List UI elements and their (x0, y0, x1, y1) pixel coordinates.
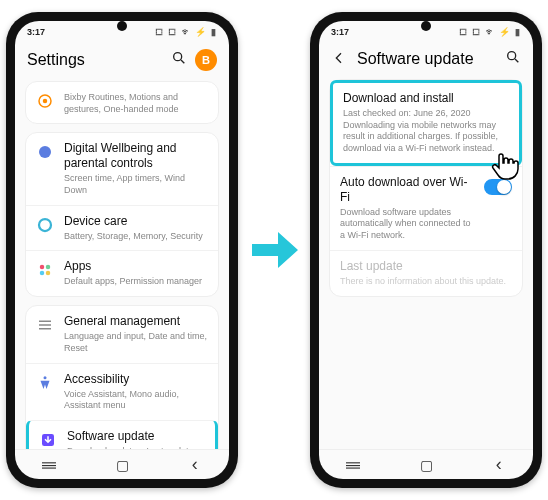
item-title: Digital Wellbeing and parental controls (64, 141, 208, 171)
item-title: Software update (67, 429, 205, 444)
item-sub: Default apps, Permission manager (64, 276, 208, 288)
software-update-header: Software update (319, 43, 533, 79)
update-item-download[interactable]: Download and install Last checked on: Ju… (330, 80, 522, 166)
svg-point-8 (40, 271, 45, 276)
devicecare-icon (36, 216, 54, 234)
item-sub: Voice Assistant, Mono audio, Assistant m… (64, 389, 208, 412)
settings-item-advanced[interactable]: Bixby Routines, Motions and gestures, On… (26, 82, 218, 123)
item-sub: Last checked on: June 26, 2020 Downloadi… (343, 108, 509, 155)
nav-recent[interactable]: ||| (42, 461, 58, 469)
nav-back[interactable]: ‹ (192, 454, 198, 475)
settings-item-devicecare[interactable]: Device care Battery, Storage, Memory, Se… (26, 205, 218, 251)
svg-line-19 (515, 59, 518, 62)
item-title: Accessibility (64, 372, 208, 387)
camera-notch (421, 21, 431, 31)
wifi-toggle[interactable] (484, 179, 512, 195)
camera-notch (117, 21, 127, 31)
status-indicators: ⬚ ⬚ ᯤ ⚡ ▮ (459, 27, 521, 37)
svg-point-0 (174, 53, 182, 61)
item-title: Bixby Routines, Motions and gestures, On… (64, 92, 208, 115)
nav-recent[interactable]: ||| (346, 461, 362, 469)
svg-point-5 (39, 219, 51, 231)
settings-header: Settings B (15, 43, 229, 81)
item-sub: Download software updates automatically … (340, 207, 474, 242)
update-item-auto-download[interactable]: Auto download over Wi-Fi Download softwa… (330, 166, 522, 250)
advanced-icon (36, 92, 54, 110)
wellbeing-icon (36, 143, 54, 161)
nav-bar: ||| ▢ ‹ (319, 449, 533, 479)
item-title: Apps (64, 259, 208, 274)
settings-item-apps[interactable]: Apps Default apps, Permission manager (26, 250, 218, 296)
general-icon (36, 316, 54, 334)
status-time: 3:17 (27, 27, 45, 37)
svg-point-7 (46, 265, 51, 270)
item-sub: Language and input, Date and time, Reset (64, 331, 208, 354)
search-icon[interactable] (505, 49, 521, 69)
item-title: Download and install (343, 91, 509, 106)
apps-icon (36, 261, 54, 279)
svg-point-6 (40, 265, 45, 270)
nav-home[interactable]: ▢ (420, 457, 433, 473)
transition-arrow-icon (248, 224, 300, 276)
svg-point-18 (508, 52, 516, 60)
search-icon[interactable] (171, 50, 187, 70)
status-time: 3:17 (331, 27, 349, 37)
svg-point-13 (44, 376, 47, 379)
phone-left: 3:17 ⬚ ⬚ ᯤ ⚡ ▮ Settings B Bixby Routines… (6, 12, 238, 488)
item-title: Auto download over Wi-Fi (340, 175, 474, 205)
settings-item-general[interactable]: General management Language and input, D… (26, 306, 218, 362)
item-sub: There is no information about this updat… (340, 276, 512, 288)
item-sub: Battery, Storage, Memory, Security (64, 231, 208, 243)
phone-right: 3:17 ⬚ ⬚ ᯤ ⚡ ▮ Software update Download … (310, 12, 542, 488)
item-title: General management (64, 314, 208, 329)
item-sub: Screen time, App timers, Wind Down (64, 173, 208, 196)
svg-line-1 (181, 60, 184, 63)
item-title: Last update (340, 259, 512, 274)
svg-point-3 (43, 99, 48, 104)
nav-back[interactable]: ‹ (496, 454, 502, 475)
page-title: Settings (27, 51, 163, 69)
nav-bar: ||| ▢ ‹ (15, 449, 229, 479)
settings-item-wellbeing[interactable]: Digital Wellbeing and parental controls … (26, 133, 218, 204)
svg-point-4 (39, 146, 51, 158)
svg-point-9 (46, 271, 51, 276)
status-indicators: ⬚ ⬚ ᯤ ⚡ ▮ (155, 27, 217, 37)
back-icon[interactable] (331, 50, 349, 69)
accessibility-icon (36, 374, 54, 392)
nav-home[interactable]: ▢ (116, 457, 129, 473)
settings-item-software-update[interactable]: Software update Download updates, Last u… (26, 420, 218, 449)
settings-item-accessibility[interactable]: Accessibility Voice Assistant, Mono audi… (26, 363, 218, 420)
profile-avatar[interactable]: B (195, 49, 217, 71)
update-icon (39, 431, 57, 449)
update-item-last-update: Last update There is no information abou… (330, 250, 522, 296)
item-title: Device care (64, 214, 208, 229)
page-title: Software update (357, 50, 497, 68)
item-sub: Download updates, Last update (67, 446, 205, 449)
